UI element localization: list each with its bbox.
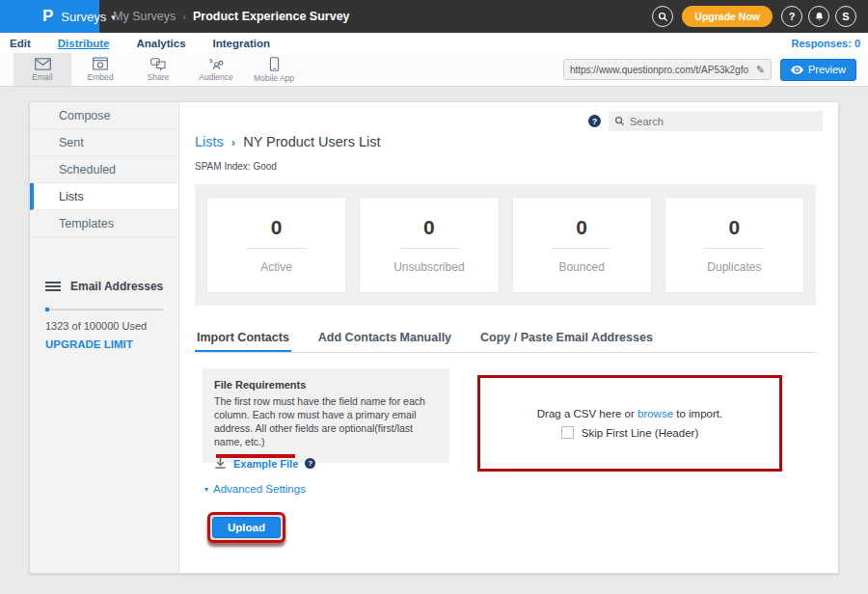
main-panel: Compose Sent Scheduled Lists Templates E… (29, 101, 839, 574)
email-addresses-section: Email Addresses 1323 of 100000 Used UPGR… (30, 237, 178, 350)
channel-audience[interactable]: $ Audience (187, 53, 245, 86)
email-addresses-title: Email Addresses (70, 280, 163, 293)
bounced-count: 0 (576, 216, 587, 239)
tab-import-contacts[interactable]: Import Contacts (195, 327, 291, 352)
app-logo[interactable]: P Surveys ▾ (0, 0, 99, 33)
stat-card-bounced: 0 Bounced (512, 197, 652, 293)
breadcrumb-separator-icon: › (231, 135, 235, 149)
survey-url-field[interactable]: ✎ (563, 59, 772, 80)
distribute-toolbar: Email Embed Share $ Audience Mobile App … (0, 53, 868, 87)
survey-url-input[interactable] (570, 65, 752, 75)
stat-card-active: 0 Active (206, 197, 346, 293)
user-avatar[interactable]: S (835, 6, 856, 27)
list-search-input[interactable] (630, 116, 817, 127)
nav-tab-distribute[interactable]: Distribute (58, 38, 110, 49)
stat-card-duplicates: 0 Duplicates (665, 197, 804, 293)
annotation-box-upload: Upload (207, 512, 285, 543)
global-search-button[interactable] (652, 6, 673, 27)
list-search-box[interactable] (609, 111, 823, 131)
preview-label: Preview (808, 64, 846, 75)
bounced-label: Bounced (558, 260, 604, 274)
channel-audience-label: Audience (199, 72, 232, 82)
breadcrumb-separator-icon: › (182, 11, 186, 22)
survey-nav: Edit Distribute Analytics Integration Re… (0, 33, 868, 53)
example-file-link[interactable]: Example File (233, 458, 298, 470)
download-icon (214, 457, 227, 470)
file-requirements-title: File Requirements (214, 379, 438, 391)
current-list-name: NY Product Users List (243, 134, 380, 149)
file-requirements-box: File Requirements The first row must hav… (203, 368, 449, 463)
contact-tabs: Import Contacts Add Contacts Manually Co… (195, 327, 816, 353)
caret-down-icon: ▾ (204, 485, 208, 494)
list-content: ? Lists › NY Product Users List SPAM Ind… (179, 102, 838, 573)
spam-index-label: SPAM Index: Good (195, 161, 277, 172)
advanced-settings-label: Advanced Settings (213, 483, 306, 495)
csv-dropzone-annotated[interactable]: Drag a CSV here or browse to import. Ski… (477, 375, 782, 472)
channel-mobile-app[interactable]: Mobile App (245, 53, 303, 86)
svg-text:$: $ (209, 58, 213, 64)
breadcrumb-my-surveys[interactable]: My Surveys (113, 10, 176, 23)
example-file-help-icon[interactable]: ? (305, 458, 315, 469)
list-stats-band: 0 Active 0 Unsubscribed 0 Bounced 0 Dupl… (195, 184, 816, 306)
upgrade-limit-link[interactable]: UPGRADE LIMIT (45, 338, 169, 350)
questionpro-logo-icon: P (42, 7, 53, 26)
unsubscribed-label: Unsubscribed (393, 260, 464, 274)
breadcrumb-lists-link[interactable]: Lists (195, 134, 224, 149)
context-help-icon[interactable]: ? (588, 115, 601, 127)
nav-tab-analytics[interactable]: Analytics (136, 38, 185, 49)
browse-link[interactable]: browse (637, 408, 673, 419)
upload-button[interactable]: Upload (212, 517, 281, 538)
sidebar-item-templates[interactable]: Templates (30, 210, 178, 237)
usage-progress-bar (45, 309, 163, 310)
list-breadcrumb: Lists › NY Product Users List (195, 134, 381, 149)
channel-mobile-label: Mobile App (254, 73, 294, 83)
share-bubbles-icon (150, 58, 167, 70)
sidebar-item-scheduled[interactable]: Scheduled (30, 156, 178, 183)
file-requirements-body: The first row must have the field name f… (214, 395, 438, 448)
bell-icon (814, 12, 825, 22)
tab-add-contacts-manually[interactable]: Add Contacts Manually (316, 327, 453, 352)
unsubscribed-count: 0 (423, 216, 435, 239)
upgrade-now-button[interactable]: Upgrade Now (682, 6, 773, 27)
nav-tab-integration[interactable]: Integration (213, 38, 270, 49)
dropzone-text: Drag a CSV here or browse to import. (537, 408, 722, 419)
audience-icon: $ (208, 57, 225, 70)
email-sidebar: Compose Sent Scheduled Lists Templates E… (30, 102, 179, 573)
active-count: 0 (271, 216, 283, 239)
top-navbar: P Surveys ▾ My Surveys › Product Experie… (0, 0, 868, 33)
page-title: Product Experience Survey (193, 10, 350, 23)
channel-share[interactable]: Share (129, 53, 187, 86)
search-icon (614, 116, 625, 126)
skip-first-line-label: Skip First Line (Header) (582, 427, 698, 439)
sidebar-item-compose[interactable]: Compose (30, 102, 178, 129)
nav-tab-edit[interactable]: Edit (10, 38, 31, 49)
list-lines-icon (45, 281, 61, 292)
sidebar-item-lists[interactable]: Lists (30, 183, 178, 210)
duplicates-label: Duplicates (707, 260, 761, 274)
mobile-phone-icon (269, 57, 280, 71)
annotation-underline-example-file (216, 454, 295, 458)
advanced-settings-toggle[interactable]: ▾ Advanced Settings (204, 483, 306, 495)
channel-email[interactable]: Email (14, 53, 71, 86)
eye-icon (791, 66, 803, 74)
help-button[interactable]: ? (781, 6, 802, 27)
search-icon (658, 12, 668, 22)
tab-copy-paste-emails[interactable]: Copy / Paste Email Addresses (478, 327, 655, 352)
product-switcher-label: Surveys (61, 10, 106, 24)
preview-button[interactable]: Preview (780, 59, 856, 81)
breadcrumb: My Surveys › Product Experience Survey (113, 10, 350, 23)
channel-embed[interactable]: Embed (71, 53, 129, 86)
skip-first-line-checkbox[interactable] (561, 426, 574, 439)
channel-email-label: Email (32, 72, 52, 82)
stat-card-unsubscribed: 0 Unsubscribed (359, 197, 499, 293)
channel-share-label: Share (148, 72, 170, 82)
active-label: Active (260, 260, 292, 274)
sidebar-item-sent[interactable]: Sent (30, 129, 178, 156)
embed-icon (93, 57, 108, 70)
edit-url-pencil-icon[interactable]: ✎ (756, 64, 765, 76)
channel-embed-label: Embed (88, 72, 114, 82)
email-icon (35, 58, 51, 70)
notifications-button[interactable] (808, 6, 829, 27)
responses-count-link[interactable]: Responses: 0 (791, 38, 860, 49)
usage-text: 1323 of 100000 Used (45, 320, 169, 332)
